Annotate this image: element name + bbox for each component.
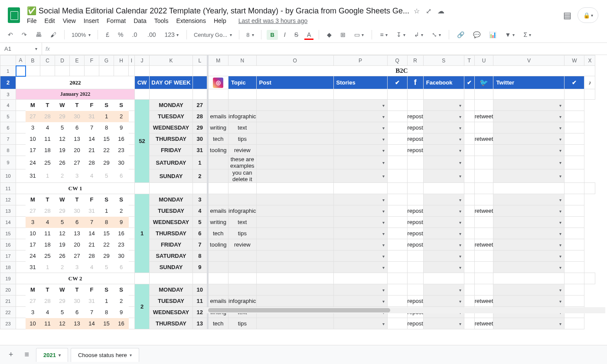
col-C[interactable]: C [40,55,55,66]
facebook-cell[interactable]: repost [407,205,423,217]
h-align-button[interactable]: ≡▾ [377,29,390,40]
row-11[interactable]: 11 [0,183,16,194]
col-K[interactable]: K [150,55,193,66]
move-icon[interactable]: ⤢ [426,7,431,15]
menu-edit[interactable]: Edit [45,17,55,24]
topic-cell[interactable]: writing [208,122,228,133]
select-all[interactable] [0,55,16,66]
twitter-cell[interactable] [474,100,493,111]
facebook-cell[interactable]: repost [407,133,423,145]
facebook-cell[interactable]: repost [407,318,423,329]
tw-status-dropdown[interactable]: ▾ [493,145,565,156]
row-18[interactable]: 18 [0,262,16,273]
stories-cell[interactable] [256,122,333,133]
more-formats-button[interactable]: 123▾ [162,29,181,40]
facebook-cell[interactable] [407,194,423,205]
post-cell[interactable] [228,284,257,296]
all-sheets-button[interactable]: ≡ [20,348,34,362]
tw-status-dropdown[interactable]: ▾ [493,169,565,183]
row-3[interactable]: 3 [0,89,16,100]
tw-status-dropdown[interactable]: ▾ [493,205,565,217]
fb-status-dropdown[interactable]: ▾ [423,228,464,239]
topic-cell[interactable]: tooling [208,239,228,250]
fb-status-dropdown[interactable]: ▾ [423,217,464,228]
col-O[interactable]: O [256,55,333,66]
post-cell[interactable]: these are examples [228,156,257,169]
col-D[interactable]: D [55,55,70,66]
insta-status-dropdown[interactable]: ▾ [333,228,387,239]
tw-status-dropdown[interactable]: ▾ [493,284,565,296]
fb-status-dropdown[interactable]: ▾ [423,239,464,250]
row-14[interactable]: 14 [0,217,16,228]
post-cell[interactable]: text [228,217,257,228]
insta-status-dropdown[interactable]: ▾ [333,239,387,250]
insta-status-dropdown[interactable]: ▾ [333,156,387,169]
col-N[interactable]: N [228,55,257,66]
facebook-cell[interactable]: repost [407,145,423,156]
fb-status-dropdown[interactable]: ▾ [423,133,464,145]
facebook-cell[interactable]: repost [407,239,423,250]
col-M[interactable]: M [208,55,228,66]
row-19[interactable]: 19 [0,273,16,284]
facebook-cell[interactable]: repost [407,296,423,307]
row-9[interactable]: 9 [0,156,16,169]
post-cell[interactable]: you can delete it [228,169,257,183]
menu-insert[interactable]: Insert [84,17,99,24]
bold-button[interactable]: B [267,30,277,40]
row-7[interactable]: 7 [0,133,16,145]
font-select[interactable]: Century Go...▾ [192,31,234,39]
twitter-cell[interactable]: retweet [474,205,493,217]
post-cell[interactable] [228,100,257,111]
fb-status-dropdown[interactable]: ▾ [423,100,464,111]
cell-A1[interactable] [16,66,26,76]
fb-status-dropdown[interactable]: ▾ [423,145,464,156]
menu-help[interactable]: Help [214,17,226,24]
col-S[interactable]: S [423,55,464,66]
merge-button[interactable]: ▭▾ [352,29,366,40]
facebook-cell[interactable] [407,100,423,111]
stories-cell[interactable] [256,296,333,307]
v-align-button[interactable]: ↧▾ [394,29,408,40]
insta-status-dropdown[interactable]: ▾ [333,169,387,183]
post-cell[interactable] [228,194,257,205]
twitter-cell[interactable] [474,169,493,183]
twitter-cell[interactable]: retweet [474,111,493,122]
facebook-cell[interactable] [407,284,423,296]
strike-button[interactable]: S [292,29,301,40]
twitter-cell[interactable] [474,145,493,156]
col-W[interactable]: W [565,55,584,66]
fb-status-dropdown[interactable]: ▾ [423,296,464,307]
col-J[interactable]: J [135,55,150,66]
filter-button[interactable]: ▼▾ [503,29,518,40]
topic-cell[interactable] [208,194,228,205]
tw-status-dropdown[interactable]: ▾ [493,194,565,205]
col-H[interactable]: H [114,55,129,66]
stories-cell[interactable] [256,228,333,239]
topic-cell[interactable]: writing [208,217,228,228]
twitter-cell[interactable] [474,122,493,133]
row-21[interactable]: 21 [0,296,16,307]
row-22[interactable]: 22 [0,307,16,318]
star-icon[interactable]: ☆ [414,7,420,15]
twitter-cell[interactable] [474,156,493,169]
col-B[interactable]: B [26,55,40,66]
tw-status-dropdown[interactable]: ▾ [493,122,565,133]
stories-cell[interactable] [256,239,333,250]
stories-cell[interactable] [256,205,333,217]
topic-cell[interactable]: emails [208,111,228,122]
facebook-cell[interactable]: repost [407,111,423,122]
post-cell[interactable]: tips [228,133,257,145]
borders-button[interactable]: ⊞ [338,29,348,40]
tw-status-dropdown[interactable]: ▾ [493,318,565,329]
topic-cell[interactable] [208,262,228,273]
share-button[interactable]: 🔒▾ [578,7,598,23]
twitter-cell[interactable]: retweet [474,133,493,145]
insta-status-dropdown[interactable]: ▾ [333,122,387,133]
facebook-cell[interactable]: repost [407,122,423,133]
facebook-cell[interactable] [407,250,423,262]
fb-status-dropdown[interactable]: ▾ [423,111,464,122]
insta-status-dropdown[interactable]: ▾ [333,262,387,273]
col-V[interactable]: V [493,55,565,66]
stories-cell[interactable] [256,133,333,145]
tw-status-dropdown[interactable]: ▾ [493,262,565,273]
